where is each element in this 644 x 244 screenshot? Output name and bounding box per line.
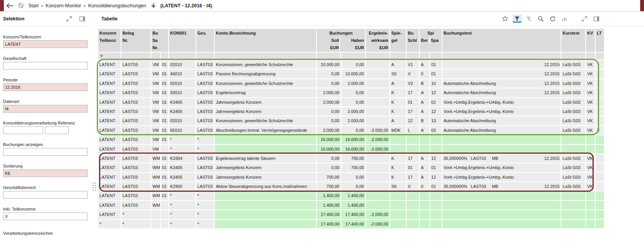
filter-cell-kurz[interactable] bbox=[561, 53, 586, 60]
cell-ges: LAST03 bbox=[196, 154, 215, 163]
chart-icon[interactable] bbox=[560, 15, 569, 23]
table-row[interactable]: LATENTLAST03VM01K3405LAST03Jahresergebni… bbox=[98, 107, 604, 116]
refresh-icon[interactable] bbox=[548, 15, 557, 23]
cell-spiegel: A bbox=[390, 116, 407, 125]
col-lt[interactable]: LT bbox=[596, 29, 604, 52]
col-spiegel[interactable]: Spie-gel bbox=[390, 29, 407, 52]
col-beleg[interactable]: BelegNr. bbox=[121, 29, 151, 52]
filter-cell-nr[interactable] bbox=[161, 53, 169, 60]
filter-cell-btext[interactable] bbox=[442, 53, 561, 60]
cell-buschl: L bbox=[407, 126, 420, 134]
maximize-icon[interactable] bbox=[580, 15, 589, 23]
sidebar-layout-icon[interactable] bbox=[78, 15, 87, 23]
table-row[interactable]: LATENTLAST03VM0102010LAST03Konzessionen,… bbox=[98, 60, 604, 70]
cell-spiegel: K bbox=[390, 107, 407, 116]
table-row[interactable]: LATENTLAST03VM0102010LAST03Konzessionen,… bbox=[98, 116, 604, 126]
table-row[interactable]: LATENTLAST03VM01K3405LAST03Jahresergebni… bbox=[98, 98, 604, 107]
cell-lt bbox=[596, 88, 604, 97]
breadcrumb-item[interactable]: Konsolidierungsbuchungen bbox=[88, 3, 146, 8]
field-label: Gesellschaft bbox=[3, 56, 88, 61]
table-row[interactable]: LATENTLAST03WM**1.400,001.400,00 bbox=[98, 201, 604, 210]
filter-icon[interactable] bbox=[513, 15, 521, 23]
layout-icon[interactable] bbox=[592, 15, 601, 23]
search-icon[interactable] bbox=[536, 15, 545, 23]
cell-haben: 2.000,00 bbox=[341, 79, 366, 88]
filter-cell-beleg[interactable] bbox=[121, 53, 151, 60]
table-row[interactable]: ****17.400,0017.400,00-2.000,00 bbox=[98, 220, 604, 229]
col-kv[interactable]: KV bbox=[586, 29, 596, 52]
filter-cell-soll[interactable] bbox=[317, 53, 341, 60]
cell-ergw bbox=[366, 116, 390, 125]
sidebar-maximize-icon[interactable] bbox=[65, 15, 74, 23]
filter-cell-konzern[interactable] bbox=[98, 53, 121, 60]
col-ges[interactable]: Ges. bbox=[196, 29, 215, 52]
cell-bez: Jahresergebnis Konzern bbox=[215, 98, 317, 106]
filter-cell-spa[interactable] bbox=[430, 53, 442, 60]
field-input[interactable] bbox=[3, 148, 88, 156]
cell-nr: 01 bbox=[161, 107, 169, 116]
field-input[interactable] bbox=[3, 191, 88, 199]
filter-cell-ges[interactable] bbox=[196, 53, 215, 60]
table-row[interactable]: LATENTLAST03WM01**1.400,001.400,00 bbox=[98, 191, 604, 201]
filter-clear-icon[interactable] bbox=[524, 15, 533, 23]
filter-cell-bez[interactable] bbox=[215, 53, 317, 60]
col-kon001[interactable]: KON001 bbox=[169, 29, 196, 52]
table-row[interactable]: LATENT***17.400,0017.400,00-2.000,00 bbox=[98, 210, 604, 219]
table-row[interactable]: LATENTLAST03WM01K3405LAST03Jahresergebni… bbox=[98, 173, 604, 182]
cell-soll: 0,00 bbox=[317, 70, 341, 78]
filter-cell-spiegel[interactable] bbox=[390, 53, 407, 60]
cell-bez: Konzessionen, gewerbliche Schutzrechte bbox=[215, 79, 317, 88]
splitter-handle-icon[interactable] bbox=[93, 183, 96, 191]
block-icon[interactable] bbox=[18, 3, 24, 8]
col-ergebniswirksam[interactable]: Ergebnis-wirksamEUR bbox=[366, 29, 390, 52]
filter-cell-busa[interactable] bbox=[151, 53, 161, 60]
table-row[interactable]: LATENTLAST03VM0149010LAST03Passive Rechn… bbox=[98, 70, 604, 79]
table-row[interactable]: LATENTLAST03VM**16.000,0016.000,00-2.000… bbox=[98, 145, 604, 154]
cell-ges: LAST03 bbox=[196, 182, 215, 191]
splitter[interactable] bbox=[91, 12, 98, 244]
breadcrumb-item[interactable]: Start bbox=[28, 3, 38, 8]
col-spi[interactable]: SpiBerSpa bbox=[420, 29, 442, 52]
col-kurztext[interactable]: Kurztext bbox=[561, 29, 586, 52]
filter-cell-buschl[interactable] bbox=[407, 53, 420, 60]
col-buchungstext[interactable]: Buchungstext bbox=[442, 29, 561, 52]
table-row[interactable]: LATENTLAST03WM01K3304LAST03Ergebnisvortr… bbox=[98, 154, 604, 163]
filter-cell-lt[interactable] bbox=[596, 53, 604, 60]
field-input[interactable] bbox=[3, 40, 88, 48]
cell-beleg: LAST03 bbox=[121, 201, 151, 209]
field-input[interactable] bbox=[3, 62, 88, 70]
field-input[interactable] bbox=[3, 105, 88, 113]
col-konzern[interactable]: KonzernTeilkonz bbox=[98, 29, 121, 52]
col-busa-nr[interactable]: BuSaNr. bbox=[151, 29, 169, 52]
filter-cell-kon[interactable] bbox=[169, 53, 196, 60]
jump-down-icon[interactable] bbox=[151, 3, 156, 8]
filter-cell-ber[interactable] bbox=[420, 53, 430, 60]
back-icon[interactable] bbox=[6, 3, 13, 8]
col-konto-bezeichnung[interactable]: Konto-Bezeichnung bbox=[215, 29, 317, 52]
field-input[interactable] bbox=[45, 126, 69, 134]
filter-cell-kv[interactable] bbox=[586, 53, 596, 60]
table-row[interactable]: LATENTLAST03VM0165010LAST03Abschreibunge… bbox=[98, 126, 604, 135]
cell-spa: 01 bbox=[430, 163, 442, 172]
table-row[interactable]: LATENTLAST03WM01K2900LAST03Aktive Steuer… bbox=[98, 182, 604, 191]
filter-cell-ergw[interactable] bbox=[366, 53, 390, 60]
table-row[interactable]: LATENTLAST03VM0133010LAST03Ergebnisvortr… bbox=[98, 88, 604, 98]
field-label: Konzern/Teilkonzern bbox=[3, 35, 88, 40]
cell-konzern: LATENT bbox=[98, 70, 121, 78]
breadcrumb-item[interactable]: Konzern-Monitor bbox=[46, 3, 81, 8]
field-input[interactable] bbox=[3, 212, 88, 220]
field-input[interactable] bbox=[3, 169, 88, 177]
table-row[interactable]: LATENTLAST03VM01**16.000,0016.000,00-2.0… bbox=[98, 135, 604, 144]
favorites-star-icon[interactable] bbox=[500, 14, 510, 23]
cell-btext bbox=[442, 210, 561, 219]
col-buchungen[interactable]: BuchungenSollHabenEUREUR bbox=[317, 29, 366, 52]
cell-konzern: * bbox=[98, 220, 121, 228]
field-input[interactable] bbox=[3, 83, 88, 91]
cell-lt: X bbox=[596, 126, 604, 134]
table-row[interactable]: LATENTLAST03WM01K3405LAST03Jahresergebni… bbox=[98, 163, 604, 173]
col-buschl[interactable]: BuSchl bbox=[407, 29, 420, 52]
cell-bez: Konzessionen, gewerbliche Schutzrechte bbox=[215, 116, 317, 125]
field-input[interactable] bbox=[3, 126, 43, 134]
filter-cell-haben[interactable] bbox=[341, 53, 366, 60]
table-row[interactable]: LATENTLAST03VM0102010LAST03Konzessionen,… bbox=[98, 79, 604, 88]
